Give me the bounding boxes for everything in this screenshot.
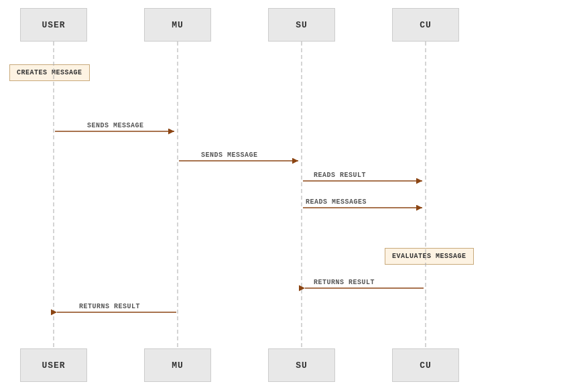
arrow-label-returns-result-1: RETURNS RESULT [314, 279, 375, 286]
actor-su-top-label: SU [296, 20, 308, 30]
arrow-label-reads-messages: READS MESSAGES [306, 198, 367, 206]
actor-mu-bottom: MU [144, 348, 211, 382]
actor-su-bottom: SU [268, 348, 335, 382]
actor-user-top-label: USER [42, 20, 65, 30]
actor-mu-top-label: MU [172, 20, 184, 30]
actor-mu-bot-label: MU [172, 361, 184, 371]
arrow-label-reads-result: READS RESULT [314, 172, 366, 179]
note-evaluates-message: EVALUATES MESSAGE [385, 248, 474, 265]
arrow-label-sends-msg-1: SENDS MESSAGE [87, 122, 144, 129]
diagram-svg: SENDS MESSAGE SENDS MESSAGE READS RESULT… [0, 0, 565, 392]
actor-mu-top: MU [144, 8, 211, 42]
actor-cu-bottom: CU [392, 348, 459, 382]
arrow-label-sends-msg-2: SENDS MESSAGE [201, 151, 258, 159]
actor-su-top: SU [268, 8, 335, 42]
actor-user-bot-label: USER [42, 361, 65, 371]
actor-user-top: USER [20, 8, 87, 42]
note-creates-message: CREATES MESSAGE [9, 64, 90, 81]
actor-su-bot-label: SU [296, 361, 308, 371]
actor-cu-top-label: CU [420, 20, 432, 30]
sequence-diagram: USER MU SU CU USER MU SU CU CREATES MESS… [0, 0, 565, 392]
actor-cu-bot-label: CU [420, 361, 432, 371]
arrow-label-returns-result-2: RETURNS RESULT [79, 303, 140, 310]
actor-user-bottom: USER [20, 348, 87, 382]
actor-cu-top: CU [392, 8, 459, 42]
